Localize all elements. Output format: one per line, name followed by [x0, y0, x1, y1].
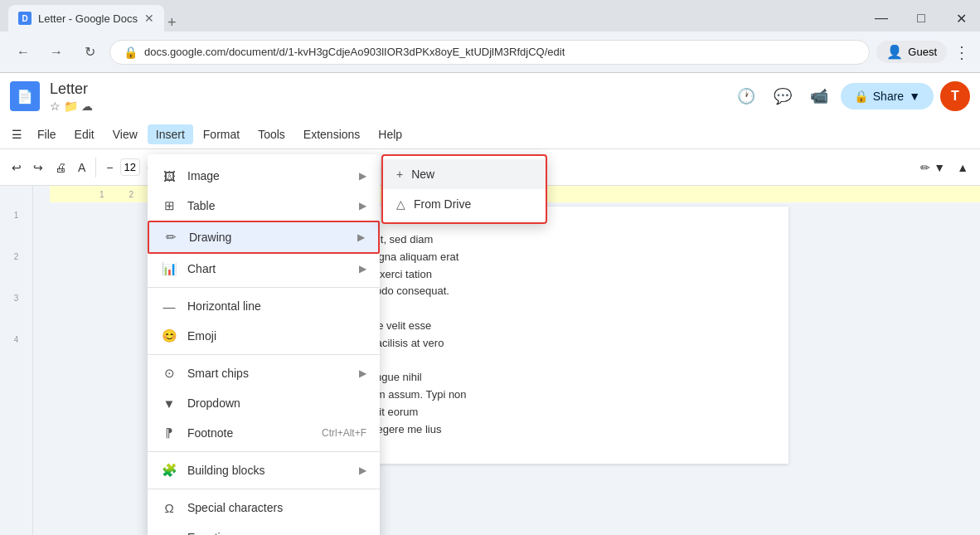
insert-buildingblocks-item[interactable]: 🧩 Building blocks ▶: [148, 455, 380, 485]
reload-button[interactable]: ↻: [76, 39, 103, 66]
maximize-button[interactable]: □: [902, 5, 940, 32]
new-tab-button[interactable]: +: [167, 14, 177, 32]
menu-tools[interactable]: Tools: [250, 124, 294, 144]
cloud-button[interactable]: ☁: [81, 100, 93, 113]
share-button[interactable]: 🔒 Share ▼: [841, 83, 934, 109]
drawing-fromdrive-label: From Drive: [414, 197, 471, 211]
table-menu-label: Table: [187, 199, 349, 212]
docs-logo: 📄: [10, 81, 40, 111]
doc-title: Letter: [50, 80, 93, 98]
doc-title-area: Letter ☆ 📁 ☁: [50, 80, 93, 113]
left-margin: 1 2 3 4: [0, 186, 33, 535]
undo-button[interactable]: ↩: [7, 158, 27, 178]
footnote-menu-label: Footnote: [187, 426, 312, 440]
active-tab[interactable]: D Letter - Google Docs ✕: [8, 5, 164, 32]
forward-button[interactable]: →: [43, 39, 70, 66]
insert-smartchips-item[interactable]: ⊙ Smart chips ▶: [148, 358, 380, 388]
drawing-new-item[interactable]: + New: [383, 159, 546, 189]
zoom-out-button[interactable]: −: [101, 158, 118, 178]
insert-menu-section-3: ⊙ Smart chips ▶ ▼ Dropdown ⁋ Footnote Ct…: [148, 355, 380, 452]
tab-favicon: D: [18, 12, 32, 25]
share-label: Share: [873, 90, 904, 103]
image-menu-label: Image: [187, 169, 349, 182]
specialchars-menu-label: Special characters: [187, 501, 366, 514]
menu-view[interactable]: View: [104, 124, 146, 144]
hline-menu-icon: —: [161, 298, 177, 314]
profile-area[interactable]: 👤 Guest: [876, 41, 947, 63]
doc-action-icons: ☆ 📁 ☁: [50, 100, 93, 113]
drawing-submenu: + New △ From Drive: [381, 154, 547, 224]
avatar-letter: T: [951, 89, 959, 104]
insert-drawing-item[interactable]: ✏ Drawing ▶: [148, 221, 380, 254]
footnote-menu-icon: ⁋: [161, 425, 177, 441]
star-button[interactable]: ☆: [50, 100, 61, 113]
user-avatar: T: [940, 81, 970, 111]
font-size-value: 12: [124, 161, 136, 173]
insert-image-item[interactable]: 🖼 Image ▶: [148, 161, 380, 191]
profile-icon: 👤: [886, 44, 903, 60]
chart-arrow-icon: ▶: [359, 263, 366, 275]
insert-menu-section-1: 🖼 Image ▶ ⊞ Table ▶ ✏ Drawing ▶ 📊 Chart …: [148, 158, 380, 288]
drawing-fromdrive-icon: △: [396, 197, 405, 211]
redo-button[interactable]: ↪: [28, 158, 48, 178]
tab-title: Letter - Google Docs: [38, 12, 138, 25]
insert-emoji-item[interactable]: 😊 Emoji: [148, 321, 380, 351]
print-button[interactable]: 🖨: [50, 158, 71, 178]
menu-format[interactable]: Format: [195, 124, 248, 144]
drawing-menu-label: Drawing: [189, 231, 347, 244]
insert-chart-item[interactable]: 📊 Chart ▶: [148, 254, 380, 284]
dropdown-menu-icon: ▼: [161, 395, 177, 411]
back-button[interactable]: ←: [10, 39, 36, 66]
separator-1: [95, 158, 96, 178]
window-controls: — □ ✕: [862, 5, 980, 32]
insert-menu-section-4: 🧩 Building blocks ▶: [148, 452, 380, 489]
drawing-fromdrive-item[interactable]: △ From Drive: [383, 189, 546, 219]
insert-dropdown-item[interactable]: ▼ Dropdown: [148, 388, 380, 418]
drawing-menu-icon: ✏: [163, 229, 179, 246]
emoji-menu-label: Emoji: [187, 329, 366, 343]
menu-help[interactable]: Help: [370, 124, 410, 144]
lock-icon-share: 🔒: [854, 90, 868, 103]
menu-edit[interactable]: Edit: [66, 124, 103, 144]
url-bar[interactable]: 🔒 docs.google.com/document/d/1-kvH3gCdje…: [109, 40, 870, 65]
image-menu-icon: 🖼: [161, 168, 177, 184]
history-button[interactable]: 🕐: [731, 81, 761, 111]
docs-app-bar: 📄 Letter ☆ 📁 ☁ 🕐 💬 📹 🔒 Share ▼ T: [0, 73, 980, 119]
close-button[interactable]: ✕: [942, 5, 980, 32]
chart-menu-label: Chart: [187, 262, 349, 275]
buildingblocks-arrow-icon: ▶: [359, 464, 366, 476]
buildingblocks-menu-icon: 🧩: [161, 462, 177, 479]
insert-table-item[interactable]: ⊞ Table ▶: [148, 191, 380, 221]
insert-equation-item[interactable]: π Equation: [148, 523, 380, 535]
edit-mode-button[interactable]: ✏ ▼: [915, 158, 950, 178]
chart-menu-icon: 📊: [161, 260, 177, 277]
specialchars-menu-icon: Ω: [161, 499, 177, 516]
comments-button[interactable]: 💬: [768, 81, 798, 111]
table-arrow-icon: ▶: [359, 200, 366, 212]
menu-extensions[interactable]: Extensions: [295, 124, 368, 144]
hline-menu-label: Horizontal line: [187, 299, 366, 313]
insert-hline-item[interactable]: — Horizontal line: [148, 291, 380, 321]
move-button[interactable]: 📁: [64, 100, 78, 113]
spellcheck-button[interactable]: A: [73, 158, 90, 178]
buildingblocks-menu-label: Building blocks: [187, 464, 349, 477]
cursor-indicator: [532, 156, 546, 163]
video-button[interactable]: 📹: [804, 81, 834, 111]
menu-insert[interactable]: Insert: [148, 124, 193, 144]
minimize-button[interactable]: —: [862, 5, 900, 32]
tab-close-button[interactable]: ✕: [144, 12, 154, 25]
collapse-button[interactable]: ▲: [952, 158, 973, 178]
image-arrow-icon: ▶: [359, 170, 366, 182]
more-options-button[interactable]: ⋮: [953, 42, 970, 62]
hamburger-menu[interactable]: ☰: [7, 124, 27, 144]
dropdown-menu-label: Dropdown: [187, 396, 366, 410]
footnote-shortcut: Ctrl+Alt+F: [322, 427, 366, 439]
insert-specialchars-item[interactable]: Ω Special characters: [148, 493, 380, 523]
insert-footnote-item[interactable]: ⁋ Footnote Ctrl+Alt+F: [148, 418, 380, 448]
insert-menu-dropdown: 🖼 Image ▶ ⊞ Table ▶ ✏ Drawing ▶ 📊 Chart …: [148, 154, 380, 535]
smartchips-menu-icon: ⊙: [161, 365, 177, 382]
smartchips-arrow-icon: ▶: [359, 367, 366, 379]
url-text: docs.google.com/document/d/1-kvH3gCdjeAo…: [144, 46, 565, 58]
font-size-control[interactable]: 12: [120, 158, 140, 176]
menu-file[interactable]: File: [29, 124, 65, 144]
